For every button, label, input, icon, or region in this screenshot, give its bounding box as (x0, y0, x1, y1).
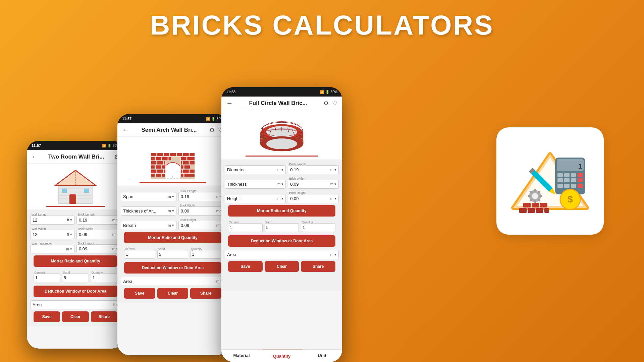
phone1-brick-length-label: Brick Length (78, 213, 95, 216)
phone2-save-btn[interactable]: Save (124, 288, 155, 299)
phone2-action-buttons: Save Clear Share (124, 288, 221, 299)
phone1-wall-width-label: Wall Width (32, 227, 46, 231)
phone1-mortar-btn[interactable]: Mortar Ratio and Quantity (34, 255, 117, 267)
phone2-signal-icon: 📶 (206, 117, 210, 121)
phone1-quantity-label: Quantity (92, 271, 103, 274)
phone2-status-icons: 📶 🔋 80% (206, 117, 223, 121)
phone2-area-input[interactable]: Area m ▾ (121, 277, 225, 286)
phone2-quantity-input[interactable]: 1 (190, 250, 221, 259)
svg-rect-39 (164, 169, 165, 173)
svg-rect-37 (151, 169, 157, 173)
phone2-brick-length-input[interactable]: 0.19 m ▾ (178, 192, 225, 201)
phone1-back-icon[interactable]: ← (32, 153, 38, 161)
phone2-field-row-2: Thickness of Ar... m ▾ Brick Width 0.09 … (121, 203, 225, 216)
phone1-status-icons: 📶 🔋 80% (102, 144, 119, 147)
phone3-gear-icon[interactable]: ⚙ (323, 100, 329, 107)
phone3-nav-unit[interactable]: Unit (302, 350, 342, 362)
phone2-clear-btn[interactable]: Clear (157, 288, 189, 299)
svg-rect-38 (157, 169, 163, 173)
svg-rect-107 (539, 195, 542, 197)
svg-rect-85 (578, 173, 583, 177)
svg-rect-86 (557, 178, 563, 182)
phone1-quantity-input[interactable]: 1 (91, 274, 117, 282)
phone2-brick-width-input[interactable]: 0.09 m ▾ (178, 206, 225, 216)
phone3-height-input[interactable]: Height m ▾ (225, 194, 286, 203)
svg-rect-44 (155, 173, 161, 177)
phone3-brick-length-input[interactable]: 0.19 m ▾ (288, 165, 339, 174)
phone3-nav-quantity[interactable]: Quantity (262, 350, 302, 362)
svg-rect-26 (151, 161, 157, 165)
phone3-nav-material[interactable]: Material (221, 350, 262, 362)
phone2-brick-width-label: Brick Width (180, 204, 195, 207)
phone3-mortar-btn[interactable]: Mortar Ratio and Quantity (228, 205, 335, 217)
svg-rect-34 (162, 165, 166, 169)
svg-text:1: 1 (578, 163, 582, 170)
phone1-clear-btn[interactable]: Clear (62, 311, 89, 322)
phone3-clear-btn[interactable]: Clear (265, 261, 299, 272)
phone3-save-btn[interactable]: Save (228, 261, 263, 272)
phone3-back-icon[interactable]: ← (226, 99, 233, 107)
phone1-cement-input[interactable]: 1 (34, 274, 60, 282)
phone1-wall-width-input[interactable]: 12 ft ▾ (30, 230, 74, 239)
svg-rect-31 (190, 161, 195, 165)
phone3-share-btn[interactable]: Share (301, 261, 335, 272)
phone1-brick-height-input[interactable]: 0.09 m ▾ (76, 244, 121, 253)
svg-rect-101 (536, 208, 543, 213)
phone3-cement-input[interactable]: 1 (228, 223, 263, 232)
phone3-quantity-input[interactable]: 1 (301, 223, 335, 232)
svg-rect-97 (532, 203, 539, 207)
phone3-diameter-input[interactable]: Diameter m ▾ (225, 165, 286, 174)
phone1-sand-label: Sand (63, 271, 70, 274)
phone3-time: 11:58 (226, 90, 235, 94)
svg-rect-19 (190, 153, 195, 157)
svg-rect-22 (162, 157, 168, 161)
phone1-wall-length-input[interactable]: 12 ft ▾ (30, 216, 74, 225)
phone3-screen: ← Full Circle Wall Bric... ⚙ ♡ (221, 97, 342, 362)
phone2-span-input[interactable]: Span m ▾ (121, 192, 176, 201)
phone3-status-icons: 📶 🔋 80% (320, 90, 337, 94)
phone1-share-btn[interactable]: Share (91, 311, 117, 322)
phone3-brick-height-input[interactable]: 0.09 m ▾ (288, 194, 339, 203)
phone1-deduction-btn[interactable]: Deduction Window or Door Area (34, 286, 117, 297)
phone3-thickness-input[interactable]: Thickness m ▾ (225, 180, 286, 189)
phone2-breath-input[interactable]: Breath m ▾ (121, 221, 176, 230)
phone1-header: ← Two Room Wall Bri... ⚙ (27, 150, 124, 164)
phone1-wall-thickness-input[interactable]: in ▾ (30, 245, 74, 253)
phone3-header: ← Full Circle Wall Bric... ⚙ ♡ (221, 97, 342, 110)
phone1-save-btn[interactable]: Save (34, 311, 60, 322)
phone1-brick-width-label: Brick Width (78, 227, 93, 231)
phone1-hero (27, 164, 124, 209)
phone2-sand-input[interactable]: 5 (157, 250, 189, 259)
phone-2: 11:57 📶 🔋 80% ← Semi Arch Wall Bri... ⚙ … (117, 114, 228, 355)
phone2-screen: ← Semi Arch Wall Bri... ⚙ ♡ (117, 123, 228, 355)
svg-rect-83 (564, 173, 570, 177)
phone2-deduction-btn[interactable]: Deduction Window or Door Area (124, 262, 221, 274)
phone2-brick-height-input[interactable]: 0.09 m ▾ (178, 221, 225, 230)
svg-rect-102 (544, 208, 549, 213)
phone3-area-input[interactable]: Area m ▾ (225, 250, 339, 259)
phone2-mortar-btn[interactable]: Mortar Ratio and Quantity (124, 232, 221, 243)
svg-rect-84 (571, 173, 576, 177)
svg-rect-98 (540, 203, 547, 207)
phone1-brick-width-input[interactable]: 0.09 m ▾ (76, 230, 121, 239)
phone1-wall-thickness-label: Wall Thickness (32, 242, 52, 246)
phone1-field-row-1: Wall Length 12 ft ▾ Brick Length 0.19 m … (30, 212, 121, 225)
phone2-cement-input[interactable]: 1 (124, 250, 155, 259)
phone1-area-input[interactable]: Area ft ▾ (30, 300, 121, 309)
phone2-share-btn[interactable]: Share (190, 288, 221, 299)
phone1-sand-input[interactable]: 5 (62, 274, 89, 282)
svg-rect-96 (523, 203, 531, 207)
phone3-deduction-btn[interactable]: Deduction Window or Door Area (228, 235, 335, 247)
phone2-thickness-input[interactable]: Thickness of Ar... m ▾ (121, 206, 176, 216)
phone3-sand-input[interactable]: 5 (265, 223, 299, 232)
phone1-brick-length-input[interactable]: 0.19 m ▾ (76, 216, 121, 225)
phone3-heart-icon[interactable]: ♡ (332, 100, 337, 107)
phone2-field-row-3: Breath m ▾ Brick Height 0.09 m ▾ (121, 218, 225, 230)
phone3-brick-width-input[interactable]: 0.09 m ▾ (288, 180, 339, 189)
svg-text:$: $ (568, 194, 573, 204)
phone2-back-icon[interactable]: ← (122, 126, 129, 134)
svg-rect-109 (534, 200, 536, 203)
phone2-gear-icon[interactable]: ⚙ (209, 126, 215, 134)
phone3-action-buttons: Save Clear Share (228, 261, 335, 272)
svg-rect-14 (157, 153, 163, 157)
